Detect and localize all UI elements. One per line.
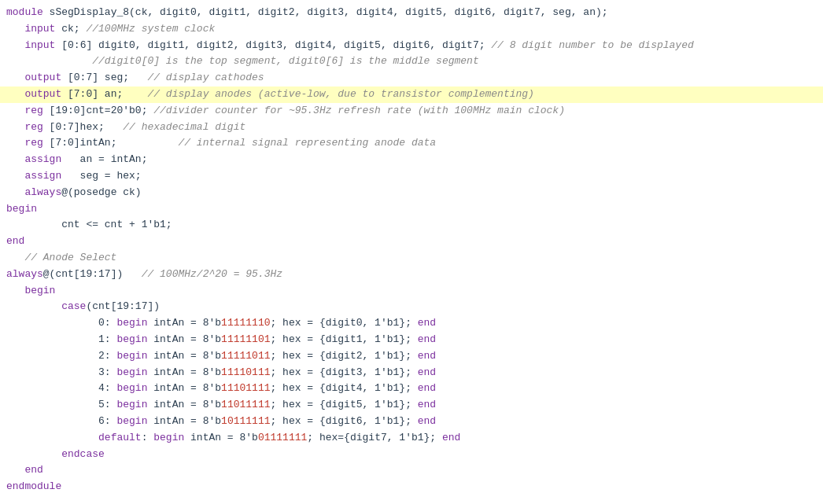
token-plain: 1: [6, 333, 116, 345]
token-cm: // display anodes (active-low, due to tr… [147, 88, 533, 100]
token-kw: end [418, 366, 436, 378]
token-plain [6, 121, 24, 133]
token-plain: 2: [6, 350, 116, 362]
token-kw: case [61, 300, 86, 312]
code-line: always@(posedge ck) [0, 185, 823, 201]
token-kw: module [6, 6, 43, 18]
code-line: input ck; //100MHz system clock [0, 21, 823, 38]
token-kw: reg [24, 105, 42, 116]
token-kw: end [442, 432, 460, 443]
token-kw: default [98, 432, 142, 443]
token-plain: cnt <= cnt + 1'b1; [6, 219, 172, 230]
code-editor: module sSegDisplay_8(ck, digit0, digit1,… [0, 0, 823, 500]
token-val: 11101111 [221, 382, 270, 394]
code-line: end [0, 234, 823, 250]
token-plain: seg = hex; [61, 170, 141, 182]
token-cm: // hexadecimal digit [123, 121, 245, 133]
token-kw: begin [116, 350, 147, 362]
token-cm: //digit0[0] is the top segment, digit0[6… [92, 55, 478, 67]
token-cm: // Anode Select [24, 252, 116, 263]
token-cm: // 100MHz/2^20 = 95.3Hz [142, 268, 282, 280]
code-line: cnt <= cnt + 1'b1; [0, 217, 823, 234]
code-line: 6: begin intAn = 8'b10111111; hex = {dig… [0, 414, 823, 430]
token-plain: intAn = 8'b [184, 432, 258, 443]
token-plain: ; hex = {digit2, 1'b1}; [271, 350, 418, 362]
token-kw: end [418, 399, 436, 410]
token-kw: end [418, 350, 436, 362]
code-line: module sSegDisplay_8(ck, digit0, digit1,… [0, 5, 823, 21]
token-plain: 6: [6, 415, 116, 427]
token-val: 11111110 [221, 317, 270, 329]
token-plain: [7:0] an; [61, 88, 147, 100]
code-line: begin [0, 201, 823, 218]
token-kw: begin [116, 399, 147, 410]
token-plain: [0:7] seg; [61, 72, 147, 83]
token-plain [6, 88, 24, 100]
token-plain: @(posedge ck) [61, 186, 141, 198]
token-kw: assign [24, 153, 61, 165]
code-line: endmodule [0, 479, 823, 495]
token-kw: endmodule [6, 480, 61, 492]
token-kw: reg [24, 121, 42, 133]
token-cm: // internal signal representing anode da… [178, 137, 436, 149]
code-line: output [7:0] an; // display anodes (acti… [0, 86, 823, 103]
token-plain: : [142, 432, 154, 443]
code-line: assign seg = hex; [0, 168, 823, 185]
token-plain [6, 448, 61, 460]
token-plain: [0:6] digit0, digit1, digit2, digit3, di… [55, 39, 491, 51]
token-plain: (cnt[19:17]) [86, 300, 160, 312]
token-plain [6, 432, 98, 443]
token-plain [6, 300, 61, 312]
token-kw: input [24, 39, 55, 51]
token-plain: ; hex = {digit0, 1'b1}; [271, 317, 418, 329]
token-kw: end [24, 464, 42, 476]
token-kw: begin [116, 366, 147, 378]
code-line: begin [0, 283, 823, 300]
code-line: output [0:7] seg; // display cathodes [0, 70, 823, 86]
token-kw: begin [153, 432, 184, 443]
token-plain [6, 153, 24, 165]
token-plain: [19:0]cnt=20'b0; [43, 105, 153, 116]
token-kw: begin [116, 317, 147, 329]
token-plain: intAn = 8'b [147, 382, 221, 394]
token-kw: output [24, 88, 61, 100]
token-kw: begin [116, 382, 147, 394]
token-cm: // display cathodes [147, 72, 264, 83]
token-val: 01111111 [258, 432, 307, 443]
code-line: assign an = intAn; [0, 152, 823, 168]
token-kw: assign [24, 170, 61, 182]
code-line: //digit0[0] is the top segment, digit0[6… [0, 53, 823, 70]
token-plain [6, 137, 24, 149]
token-plain [6, 252, 24, 263]
token-plain: ; hex = {digit5, 1'b1}; [271, 399, 418, 410]
token-plain: an = intAn; [61, 153, 147, 165]
code-line: reg [19:0]cnt=20'b0; //divider counter f… [0, 103, 823, 120]
token-plain: 4: [6, 382, 116, 394]
token-cm: //100MHz system clock [86, 23, 215, 35]
token-kw: reg [24, 137, 42, 149]
token-kw: end [418, 382, 436, 394]
code-line: end [0, 462, 823, 479]
token-plain: ; hex={digit7, 1'b1}; [307, 432, 442, 443]
token-val: 11011111 [221, 399, 270, 410]
code-line: // Anode Select [0, 250, 823, 267]
token-kw: end [418, 415, 436, 427]
token-plain: intAn = 8'b [147, 366, 221, 378]
token-plain: intAn = 8'b [147, 415, 221, 427]
token-kw: end [6, 235, 24, 247]
code-line: reg [0:7]hex; // hexadecimal digit [0, 120, 823, 136]
token-plain [6, 285, 24, 296]
token-plain [6, 464, 24, 476]
code-line: 3: begin intAn = 8'b11110111; hex = {dig… [0, 365, 823, 381]
token-plain [6, 170, 24, 182]
token-kw: output [24, 72, 61, 83]
token-plain [6, 39, 24, 51]
token-plain [6, 72, 24, 83]
token-plain [6, 23, 24, 35]
token-kw: end [418, 333, 436, 345]
code-line: 0: begin intAn = 8'b11111110; hex = {dig… [0, 315, 823, 332]
code-line: endcase [0, 447, 823, 463]
token-plain [6, 55, 92, 67]
token-plain: intAn = 8'b [147, 317, 221, 329]
token-val: 11111101 [221, 333, 270, 345]
